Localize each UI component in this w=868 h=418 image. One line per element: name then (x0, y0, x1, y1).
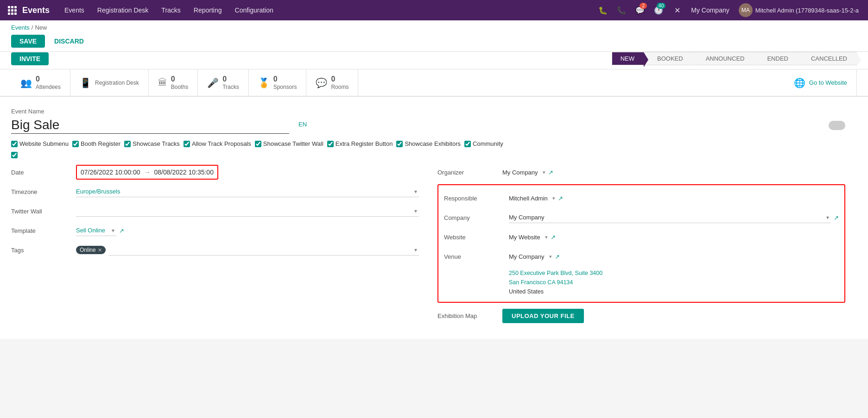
save-button[interactable]: SAVE (11, 35, 45, 48)
venue-address-line1: 250 Executive Park Blvd, Suite 3400 (509, 268, 839, 278)
tags-select-wrapper (108, 244, 419, 256)
form-columns: Date 07/26/2022 10:00:00 → 08/08/2022 10… (11, 165, 845, 328)
apps-menu-button[interactable] (6, 4, 19, 17)
date-range-field[interactable]: 07/26/2022 10:00:00 → 08/08/2022 10:35:0… (76, 165, 218, 180)
twitter-wall-row: Twitter Wall (11, 204, 419, 218)
allow-track-proposals-checkbox[interactable]: Allow Track Proposals (184, 140, 251, 147)
timezone-select[interactable]: Europe/Brussels (76, 186, 419, 197)
sponsors-icon: 🏅 (258, 77, 270, 88)
template-row: Template Sell Online ↗ (11, 223, 419, 238)
website-submenu-checkbox[interactable]: Website Submenu (11, 140, 69, 147)
tag-online-remove[interactable]: ✕ (98, 247, 102, 253)
rooms-label: Rooms (331, 84, 348, 90)
status-step-ended[interactable]: ENDED (754, 52, 798, 65)
venue-value-container: My Company ▾ ↗ (509, 253, 839, 260)
venue-external-link-icon[interactable]: ↗ (555, 253, 560, 260)
responsible-external-link-icon[interactable]: ↗ (558, 195, 563, 202)
nav-registration-desk[interactable]: Registration Desk (92, 0, 154, 20)
action-row: SAVE DISCARD (11, 35, 857, 51)
twitter-wall-select[interactable] (76, 206, 419, 217)
user-menu[interactable]: MA Mitchell Admin (17789348-saas-15-2-a (735, 0, 862, 20)
chat-icon[interactable]: 💬2 (632, 0, 648, 20)
activity-icon[interactable]: 🕐40 (650, 0, 667, 20)
template-select[interactable]: Sell Online (76, 225, 116, 236)
status-step-booked[interactable]: BOOKED (644, 52, 693, 65)
template-label: Template (11, 227, 76, 234)
rooms-count: 0 (331, 75, 348, 83)
nav-tracks[interactable]: Tracks (156, 0, 186, 20)
extra-register-button-checkbox[interactable]: Extra Register Button (327, 140, 393, 147)
company-field-label: Company (444, 214, 509, 221)
company-selector[interactable]: My Company (687, 6, 733, 14)
tracks-button[interactable]: 🎤 0 Tracks (198, 69, 249, 96)
booths-icon: 🏛 (158, 77, 167, 88)
date-end[interactable]: 08/08/2022 10:35:00 (154, 168, 213, 176)
template-external-link-icon[interactable]: ↗ (119, 227, 124, 234)
form-right-column: Organizer My Company ▾ ↗ Responsible Mit… (437, 165, 845, 328)
status-step-cancelled[interactable]: CANCELLED (798, 52, 857, 65)
nav-configuration[interactable]: Configuration (229, 0, 279, 20)
registration-desk-button[interactable]: 📱 Registration Desk (70, 69, 149, 96)
exhibition-map-row: Exhibition Map UPLOAD YOUR FILE (437, 308, 845, 323)
organizer-value-container: My Company ▾ ↗ (502, 169, 845, 176)
tag-online-label: Online (80, 247, 96, 253)
event-name-input[interactable] (11, 117, 289, 134)
timezone-select-wrapper: Europe/Brussels (76, 186, 419, 197)
website-globe-icon: 🌐 (794, 77, 805, 88)
attendees-button[interactable]: 👥 0 Attendees (11, 69, 70, 96)
smart-buttons-row: 👥 0 Attendees 📱 Registration Desk 🏛 0 Bo… (0, 69, 868, 97)
community-checkbox[interactable]: Community (464, 140, 503, 147)
booths-button[interactable]: 🏛 0 Booths (149, 69, 198, 96)
booths-count: 0 (171, 75, 188, 83)
publish-toggle[interactable] (829, 121, 845, 130)
invite-button[interactable]: INVITE (11, 52, 49, 65)
status-step-announced[interactable]: ANNOUNCED (692, 52, 754, 65)
showcase-tracks-checkbox[interactable]: Showcase Tracks (124, 140, 180, 147)
language-badge[interactable]: EN (298, 121, 307, 128)
sponsors-count: 0 (273, 75, 297, 83)
organizer-dropdown-icon[interactable]: ▾ (543, 169, 545, 175)
organizer-value: My Company (502, 169, 538, 176)
discard-button[interactable]: DISCARD (49, 35, 89, 48)
registration-desk-icon: 📱 (80, 77, 91, 88)
sponsors-button[interactable]: 🏅 0 Sponsors (249, 69, 307, 96)
twitter-wall-label: Twitter Wall (11, 208, 76, 215)
date-start[interactable]: 07/26/2022 10:00:00 (81, 168, 140, 176)
sponsors-label: Sponsors (273, 84, 297, 90)
company-select-wrapper: My Company (509, 212, 831, 223)
phone-icon[interactable]: 📞 (613, 0, 630, 20)
showcase-twitter-wall-checkbox[interactable]: Showcase Twitter Wall (255, 140, 323, 147)
venue-dropdown-icon[interactable]: ▾ (549, 254, 552, 260)
venue-value: My Company (509, 253, 545, 260)
status-step-new[interactable]: NEW (612, 52, 644, 65)
timezone-row: Timezone Europe/Brussels (11, 184, 419, 199)
company-select[interactable]: My Company (509, 212, 831, 223)
website-value: My Website (509, 234, 540, 241)
company-external-link-icon[interactable]: ↗ (834, 214, 839, 221)
venue-address-line2: San Francisco CA 94134 (509, 278, 839, 287)
nav-events[interactable]: Events (59, 0, 90, 20)
upload-file-button[interactable]: UPLOAD YOUR FILE (502, 309, 584, 323)
website-external-link-icon[interactable]: ↗ (551, 234, 556, 241)
nav-reporting[interactable]: Reporting (188, 0, 228, 20)
rooms-button[interactable]: 💬 0 Rooms (306, 69, 358, 96)
template-select-wrapper: Sell Online (76, 225, 116, 236)
company-row: Company My Company ↗ (444, 210, 839, 225)
community-checkbox-2[interactable] (11, 152, 845, 158)
booth-register-checkbox[interactable]: Booth Register (72, 140, 120, 147)
website-dropdown-icon[interactable]: ▾ (545, 234, 548, 240)
tags-select[interactable] (108, 244, 419, 256)
responsible-dropdown-icon[interactable]: ▾ (552, 195, 555, 201)
responsible-label: Responsible (444, 195, 509, 202)
tracks-label: Tracks (222, 84, 239, 90)
tracks-icon: 🎤 (207, 77, 219, 88)
website-value-container: My Website ▾ ↗ (509, 234, 839, 241)
go-to-website-button[interactable]: 🌐 Go to Website (785, 69, 857, 96)
showcase-exhibitors-checkbox[interactable]: Showcase Exhibitors (396, 140, 461, 147)
debug-icon[interactable]: 🐛 (595, 0, 611, 20)
settings-icon[interactable]: ✕ (669, 0, 685, 20)
organizer-external-link-icon[interactable]: ↗ (548, 169, 553, 176)
website-field-label: Website (444, 234, 509, 241)
feature-checkboxes: Website Submenu Booth Register Showcase … (11, 140, 845, 147)
breadcrumb-parent[interactable]: Events (11, 24, 30, 31)
